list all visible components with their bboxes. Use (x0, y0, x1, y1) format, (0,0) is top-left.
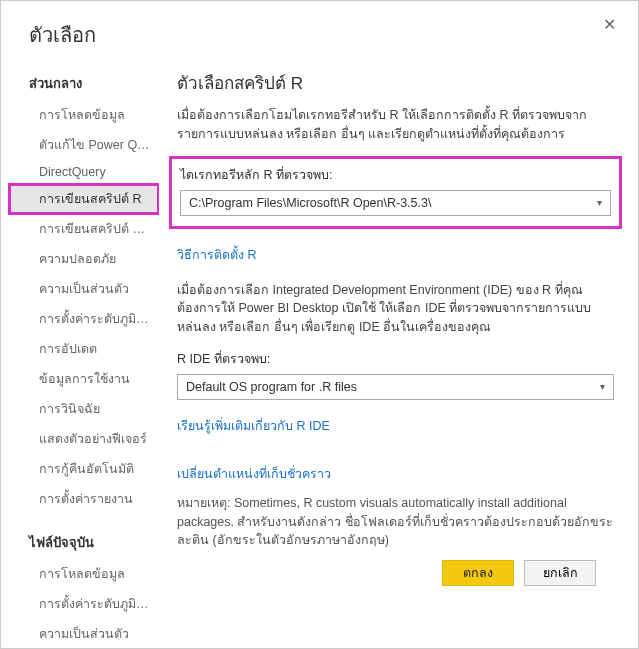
sidebar-item-data-load[interactable]: การโหลดข้อมูล (9, 100, 159, 130)
r-ide-block: R IDE ที่ตรวจพบ: Default OS program for … (177, 349, 614, 400)
chevron-down-icon: ▾ (600, 381, 605, 392)
change-temp-location-link[interactable]: เปลี่ยนตำแหน่งที่เก็บชั่วคราว (177, 464, 331, 484)
r-home-value: C:\Program Files\Microsoft\R Open\R-3.5.… (189, 196, 431, 210)
r-ide-dropdown[interactable]: Default OS program for .R files ▾ (177, 374, 614, 400)
content-title: ตัวเลือกสคริปต์ R (177, 69, 614, 96)
sidebar-item-file-regional[interactable]: การตั้งค่าระดับภูมิภาค (9, 589, 159, 619)
r-home-directory-block: ไดเรกทอรีหลัก R ที่ตรวจพบ: C:\Program Fi… (169, 156, 622, 229)
r-ide-label: R IDE ที่ตรวจพบ: (177, 349, 614, 369)
r-home-label: ไดเรกทอรีหลัก R ที่ตรวจพบ: (180, 165, 611, 185)
r-ide-description: เมื่อต้องการเลือก Integrated Development… (177, 281, 614, 337)
r-home-description: เมื่อต้องการเลือกโฮมไดเรกทอรีสำหรับ R ให… (177, 106, 614, 144)
temp-storage-note: หมายเหตุ: Sometimes, R custom visuals au… (177, 494, 614, 550)
sidebar-item-updates[interactable]: การอัปเดต (9, 334, 159, 364)
sidebar-item-diagnostics[interactable]: การวินิจฉัย (9, 394, 159, 424)
sidebar-item-report-settings[interactable]: การตั้งค่ารายงาน (9, 484, 159, 514)
sidebar-item-privacy[interactable]: ความเป็นส่วนตัว (9, 274, 159, 304)
close-button[interactable]: ✕ (595, 11, 624, 38)
sidebar-item-python-scripting[interactable]: การเขียนสคริปต์ Python (9, 214, 159, 244)
sidebar-heading-current-file: ไฟล์ปัจจุบัน (9, 528, 159, 559)
install-r-link[interactable]: วิธีการติดตั้ง R (177, 245, 257, 265)
learn-more-ide-link[interactable]: เรียนรู้เพิ่มเติมเกี่ยวกับ R IDE (177, 416, 330, 436)
cancel-button[interactable]: ยกเลิก (524, 560, 596, 586)
sidebar-item-auto-recovery[interactable]: การกู้คืนอัตโนมัติ (9, 454, 159, 484)
sidebar-item-security[interactable]: ความปลอดภัย (9, 244, 159, 274)
ok-button[interactable]: ตกลง (442, 560, 514, 586)
dialog-title: ตัวเลือก (29, 19, 618, 51)
sidebar-item-preview-features[interactable]: แสดงตัวอย่างฟีเจอร์ (9, 424, 159, 454)
sidebar-item-regional[interactable]: การตั้งค่าระดับภูมิภาค (9, 304, 159, 334)
sidebar-item-r-scripting[interactable]: การเขียนสคริปต์ R (9, 184, 159, 214)
content-pane: ตัวเลือกสคริปต์ R เมื่อต้องการเลือกโฮมได… (159, 61, 638, 648)
sidebar-item-directquery[interactable]: DirectQuery (9, 160, 159, 184)
dialog-footer: ตกลง ยกเลิก (177, 550, 614, 600)
r-home-dropdown[interactable]: C:\Program Files\Microsoft\R Open\R-3.5.… (180, 190, 611, 216)
sidebar-item-usage-data[interactable]: ข้อมูลการใช้งาน (9, 364, 159, 394)
sidebar-item-file-privacy[interactable]: ความเป็นส่วนตัว (9, 619, 159, 648)
sidebar-item-file-data-load[interactable]: การโหลดข้อมูล (9, 559, 159, 589)
close-icon: ✕ (603, 16, 616, 33)
sidebar: ส่วนกลาง การโหลดข้อมูล ตัวแก้ไข Power Qu… (1, 61, 159, 648)
sidebar-heading-global: ส่วนกลาง (9, 69, 159, 100)
chevron-down-icon: ▾ (597, 197, 602, 208)
sidebar-item-power-query[interactable]: ตัวแก้ไข Power Query (9, 130, 159, 160)
r-ide-value: Default OS program for .R files (186, 380, 357, 394)
